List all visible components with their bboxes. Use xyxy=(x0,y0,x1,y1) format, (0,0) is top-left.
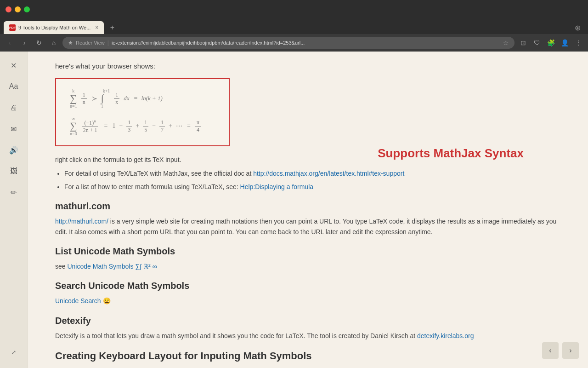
page-nav-arrows: ‹ › xyxy=(542,342,579,359)
back-button[interactable]: ‹ xyxy=(4,37,16,49)
bullet-text-2: For a list of how to enter math formula … xyxy=(64,183,240,190)
profile-icon[interactable]: 👤 xyxy=(559,37,571,49)
maximize-btn[interactable] xyxy=(24,6,30,12)
mathjax-bullets: For detail of using TeX/LaTeX with MathJ… xyxy=(64,168,560,192)
search-unicode-heading: Search Unicode Math Symbols xyxy=(55,281,560,291)
mathurl-desc-text: is a very simple web site for creating m… xyxy=(55,218,556,235)
unicode-heading: List Unicode Math Symbols xyxy=(55,246,560,257)
displaying-formula-link[interactable]: Help:Displaying a formula xyxy=(240,183,314,190)
address-separator: | xyxy=(107,40,109,46)
unicode-see-text: see xyxy=(55,263,67,270)
math-formula-box: k ∑ n=1 1 n ≻ k+1 ∫ 1 1 xyxy=(55,78,230,146)
mathurl-heading: mathurl.com xyxy=(55,201,560,212)
nav-right-icons: ⊡ 🛡 🧩 👤 ⋮ xyxy=(517,37,584,49)
address-bar[interactable]: ★ Reader View | ie-extension://cnimljdab… xyxy=(62,37,514,49)
tab-favicon: PDF xyxy=(9,24,16,31)
unicode-symbols-link[interactable]: Unicode Math Symbols ∑∫ ℝ² ∞ xyxy=(67,263,157,270)
reader-view-label: Reader View xyxy=(76,40,105,46)
refresh-button[interactable]: ↻ xyxy=(33,37,45,49)
window-controls xyxy=(6,6,30,12)
tab-title: 9 Tools to Display Math on We... xyxy=(18,25,90,30)
edit-icon[interactable]: ✏ xyxy=(7,186,20,199)
email-icon[interactable]: ✉ xyxy=(7,122,20,135)
home-button[interactable]: ⌂ xyxy=(48,37,60,49)
tab-bar: PDF 9 Tools to Display Math on We... × +… xyxy=(0,18,588,34)
detexify-desc: Detexify is a tool that lets you draw a … xyxy=(55,332,417,339)
audio-icon[interactable]: 🔊 xyxy=(7,144,20,156)
keyboard-heading: Creating Keyboard Layout for Inputing Ma… xyxy=(55,350,560,362)
tab-close-icon[interactable]: × xyxy=(95,24,98,31)
bullet-text-1: For detail of using TeX/LaTeX with MathJ… xyxy=(64,170,253,177)
forward-button[interactable]: › xyxy=(18,37,30,49)
detexify-link[interactable]: detexify.kirelabs.org xyxy=(417,332,474,339)
bullet-item-1: For detail of using TeX/LaTeX with MathJ… xyxy=(64,168,560,178)
extensions-icon[interactable]: 🧩 xyxy=(545,37,557,49)
bookmark-icon[interactable]: ☆ xyxy=(503,39,509,46)
new-tab-button[interactable]: + xyxy=(106,21,119,34)
shield-icon[interactable]: 🛡 xyxy=(531,37,543,49)
url-text: ie-extension://cnimljdablcdbanpijhdeihbo… xyxy=(112,40,500,46)
next-page-button[interactable]: › xyxy=(562,342,579,359)
detexify-heading: Detexify xyxy=(55,316,560,326)
font-size-icon[interactable]: Aa xyxy=(7,80,20,93)
navigation-bar: ‹ › ↻ ⌂ ★ Reader View | ie-extension://c… xyxy=(0,34,588,52)
unicode-search-text: Unicode Search 😀 xyxy=(55,296,560,306)
minimize-btn[interactable] xyxy=(15,6,21,12)
unicode-search-link[interactable]: Unicode Search 😀 xyxy=(55,297,111,305)
unicode-text: see Unicode Math Symbols ∑∫ ℝ² ∞ xyxy=(55,261,560,271)
active-tab[interactable]: PDF 9 Tools to Display Math on We... × xyxy=(4,21,104,34)
close-sidebar-icon[interactable]: ✕ xyxy=(7,59,20,72)
left-sidebar: ✕ Aa 🖨 ✉ 🔊 🖼 ✏ ⤢ xyxy=(0,52,28,368)
mathurl-description: http://mathurl.com/ is a very simple web… xyxy=(55,216,560,237)
close-btn[interactable] xyxy=(6,6,11,12)
intro-text: here's what your browser shows: xyxy=(55,61,560,72)
menu-icon[interactable]: ⋮ xyxy=(572,37,584,49)
expand-icon[interactable]: ⤢ xyxy=(7,346,20,359)
bullet-item-2: For a list of how to enter math formula … xyxy=(64,182,560,192)
prev-page-button[interactable]: ‹ xyxy=(542,342,559,359)
tab-overflow-icon[interactable]: ⊕ xyxy=(571,22,584,34)
detexify-text: Detexify is a tool that lets you draw a … xyxy=(55,331,560,341)
monitor-icon[interactable]: ⊡ xyxy=(517,37,529,49)
mathjax-docs-link[interactable]: http://docs.mathjax.org/en/latest/tex.ht… xyxy=(253,170,404,177)
image-icon[interactable]: 🖼 xyxy=(7,165,20,178)
print-icon[interactable]: 🖨 xyxy=(7,101,20,114)
mathjax-annotation: Supports MathJax Syntax xyxy=(378,146,524,161)
content-area: here's what your browser shows: k ∑ n=1 … xyxy=(28,52,588,368)
mathurl-link[interactable]: http://mathurl.com/ xyxy=(55,218,108,225)
